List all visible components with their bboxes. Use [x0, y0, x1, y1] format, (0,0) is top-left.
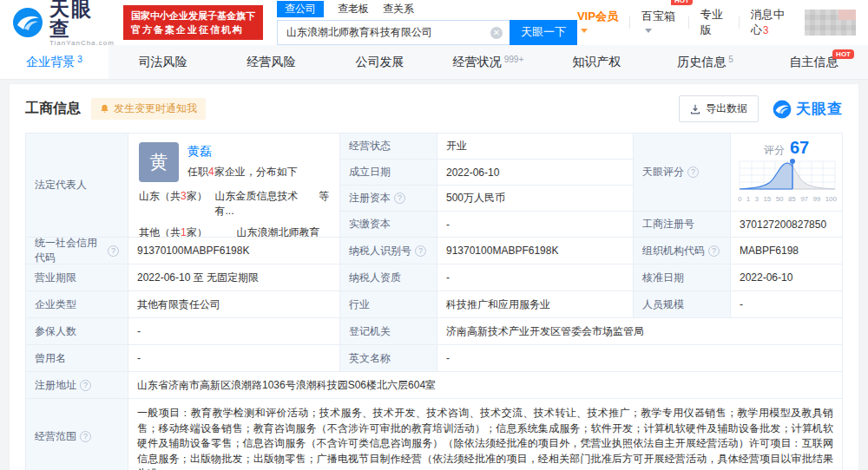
main-content: 工商信息 发生变更时通知我 导出数据 天眼查 [0, 80, 868, 470]
score-chart [738, 158, 837, 193]
field-label-business-scope: 经营范围? [26, 399, 128, 470]
field-value-reg-authority: 济南高新技术产业开发区管委会市场监管局 [437, 318, 843, 345]
tenure-region-row: 其他（共1家） 山东浪潮北师教育科... [139, 225, 329, 238]
field-value-credit-code: 91370100MABPF6198K [128, 238, 340, 264]
divider [688, 16, 689, 29]
field-label-english-name: 英文名称 [340, 345, 437, 372]
legal-rep-cell: 黄 黄磊 任职4家企业，分布如下 山东（共3家） 山东金质信息技术有... 等 … [128, 134, 340, 238]
help-icon[interactable]: ? [394, 193, 405, 204]
field-value-approval-date: 2022-06-10 [731, 264, 843, 291]
field-value-industry: 科技推广和应用服务业 [437, 291, 634, 318]
vip-link[interactable]: VIP会员 [577, 9, 618, 37]
field-label-business-term: 营业期限 [26, 264, 128, 291]
field-label-legal-rep: 法定代表人 [26, 134, 128, 238]
field-value-former-name: - [128, 345, 340, 372]
help-icon[interactable]: ? [415, 245, 426, 257]
field-label-company-type: 企业类型 [26, 291, 128, 318]
tab-history-info[interactable]: 历史信息5 [651, 45, 760, 79]
caret-down-icon [581, 29, 588, 33]
score-axis-ticks: 01 315 5085 9799 100 [738, 195, 837, 203]
help-icon[interactable]: ? [687, 166, 699, 178]
field-value-company-type: 其他有限责任公司 [128, 291, 340, 318]
help-icon[interactable]: ? [80, 380, 91, 391]
search-tab-company[interactable]: 查公司 [277, 1, 324, 17]
search-tab-boss[interactable]: 查老板 [338, 1, 369, 17]
company-link[interactable]: 山东浪潮北师教育科... [237, 225, 329, 238]
field-label-org-code: 组织机构代码? [634, 238, 731, 264]
tab-operation-risk[interactable]: 经营风险 [217, 45, 326, 79]
tianyancha-logo-icon [12, 7, 43, 38]
field-label-taxpayer-quality: 纳税人资质 [340, 264, 437, 291]
export-data-button[interactable]: 导出数据 [679, 95, 759, 122]
tianyancha-watermark: 天眼查 [773, 99, 843, 119]
more-companies-link[interactable]: 等 [319, 189, 329, 219]
field-value-english-name: - [437, 345, 843, 372]
field-value-status: 开业 [437, 134, 634, 160]
field-label-reg-capital: 注册资本? [340, 186, 437, 212]
field-value-established: 2022-06-10 [437, 160, 634, 186]
field-label-credit-code: 统一社会信用代码? [26, 238, 128, 264]
gov-certification-badge: 国家中小企业发展子基金旗下 官方备案企业征信机构 [123, 5, 263, 40]
company-link[interactable]: 山东金质信息技术有... [214, 189, 308, 219]
field-value-reg-number: 370127200827850 [731, 212, 843, 238]
search-input[interactable] [277, 20, 510, 45]
caret-down-icon [645, 29, 652, 33]
field-label-staff-size: 人员规模 [634, 291, 731, 318]
pro-version-link[interactable]: 专业版 [700, 7, 727, 38]
field-label-status: 经营状态 [340, 134, 437, 160]
field-label-score: 天眼评分? [634, 134, 731, 212]
divider [739, 16, 740, 29]
logo-title: 天眼查 [49, 0, 115, 39]
notify-change-button[interactable]: 发生变更时通知我 [91, 98, 206, 120]
score-value: 67 [790, 138, 809, 157]
field-label-industry: 行业 [340, 291, 437, 318]
search-area: 查公司 查老板 查关系 ✕ 天眼一下 [277, 1, 577, 45]
field-label-paid-capital: 实缴资本 [340, 212, 437, 238]
legal-rep-name-link[interactable]: 黄磊 [187, 144, 212, 158]
hot-badge: HOT [832, 49, 854, 59]
site-logo[interactable]: 天眼查 TianYanCha.com [12, 0, 115, 47]
top-nav: VIP会员 HOT 百宝箱 专业版 消息中心3 [577, 7, 856, 38]
help-icon[interactable]: ? [108, 245, 119, 257]
message-count-badge: 3 [763, 24, 769, 36]
section-title: 工商信息 [25, 100, 81, 118]
help-icon[interactable]: ? [708, 245, 720, 257]
field-value-reg-address: 山东省济南市高新区浪潮路1036号浪潮科技园S06楼北六层604室 [128, 372, 843, 399]
field-label-reg-authority: 登记机关 [340, 318, 437, 345]
help-icon[interactable]: ? [80, 431, 91, 442]
tab-judicial-risk[interactable]: 司法风险 [108, 45, 217, 79]
tab-operation-status[interactable]: 经营状况999+ [434, 45, 542, 79]
field-value-reg-capital: 500万人民币 [437, 186, 634, 212]
field-value-business-scope: 一般项目：教育教学检测和评价活动；技术服务、技术开发、技术咨询、技术交流、技术转… [128, 399, 843, 470]
clear-icon[interactable]: ✕ [490, 27, 503, 39]
field-label-taxpayer-id: 纳税人识别号? [340, 238, 437, 264]
field-label-approval-date: 核准日期 [634, 264, 731, 291]
field-label-former-name: 曾用名 [26, 345, 128, 372]
field-value-insured-count: - [128, 318, 340, 345]
field-value-paid-capital: - [437, 212, 634, 238]
tab-company-background[interactable]: 企业背景3 [0, 45, 108, 79]
field-value-org-code: MABPF6198 [731, 238, 843, 264]
tab-self-info[interactable]: 自主信息HOT [760, 45, 868, 79]
download-icon [690, 104, 700, 114]
score-chart-cell[interactable]: 评分67 01 315 [731, 134, 843, 212]
avatar[interactable]: 黄 [139, 142, 179, 182]
tab-company-development[interactable]: 公司发展 [326, 45, 434, 79]
business-info-table: 法定代表人 黄 黄磊 任职4家企业，分布如下 山东（共3家） 山东金质信息技术有… [25, 133, 843, 470]
toolbox-link[interactable]: HOT 百宝箱 [641, 9, 677, 37]
legal-rep-tenure: 任职4家企业，分布如下 [187, 165, 298, 180]
search-button[interactable]: 天眼一下 [510, 20, 577, 45]
field-value-taxpayer-id: 91370100MABPF6198K [437, 238, 634, 264]
field-value-business-term: 2022-06-10 至 无固定期限 [128, 264, 340, 291]
hot-badge: HOT [671, 0, 693, 5]
search-tab-relation[interactable]: 查关系 [383, 1, 414, 17]
bell-icon [100, 104, 109, 114]
site-header: 天眼查 TianYanCha.com 国家中小企业发展子基金旗下 官方备案企业征… [0, 0, 868, 45]
user-avatar[interactable] [805, 10, 856, 36]
field-label-reg-address: 注册地址? [26, 372, 128, 399]
field-value-staff-size: - [731, 291, 843, 318]
tab-intellectual-property[interactable]: 知识产权 [542, 45, 651, 79]
field-label-insured-count: 参保人数 [26, 318, 128, 345]
field-label-established: 成立日期 [340, 160, 437, 186]
message-center-link[interactable]: 消息中心3 [751, 7, 792, 38]
